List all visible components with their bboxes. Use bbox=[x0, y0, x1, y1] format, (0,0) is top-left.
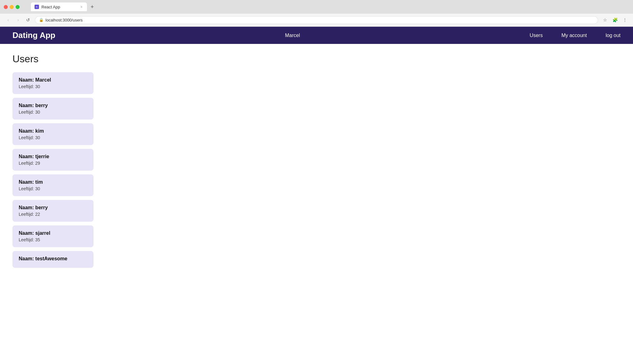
nav-links: Users My account log out bbox=[530, 33, 621, 38]
menu-icon[interactable]: ⋮ bbox=[621, 16, 629, 24]
user-age: Leeftijd: 35 bbox=[19, 237, 87, 242]
traffic-lights bbox=[4, 5, 20, 9]
nav-my-account-link[interactable]: My account bbox=[561, 33, 587, 38]
user-card[interactable]: Naam: berryLeeftijd: 30 bbox=[12, 98, 93, 120]
user-name: Naam: kim bbox=[19, 128, 87, 134]
user-card[interactable]: Naam: kimLeeftijd: 30 bbox=[12, 123, 93, 145]
nav-logout-link[interactable]: log out bbox=[606, 33, 621, 38]
user-name: Naam: tjerrie bbox=[19, 154, 87, 159]
new-tab-button[interactable]: + bbox=[88, 3, 96, 11]
user-age: Leeftijd: 30 bbox=[19, 110, 87, 115]
browser-chrome: R React App × + ‹ › ↺ 🔒 localhost:3000/u… bbox=[0, 0, 633, 27]
user-name: Naam: testAwesome bbox=[19, 256, 87, 262]
back-button[interactable]: ‹ bbox=[4, 16, 12, 24]
browser-actions: ☆ 🧩 ⋮ bbox=[601, 16, 629, 24]
address-bar[interactable]: 🔒 localhost:3000/users bbox=[35, 16, 598, 24]
user-card[interactable]: Naam: berryLeeftijd: 22 bbox=[12, 200, 93, 222]
app-logo: Dating App bbox=[12, 31, 55, 40]
browser-titlebar: R React App × + bbox=[0, 0, 633, 14]
bookmark-icon[interactable]: ☆ bbox=[601, 16, 609, 24]
browser-tab[interactable]: R React App × bbox=[31, 2, 87, 11]
forward-button[interactable]: › bbox=[14, 16, 22, 24]
user-age: Leeftijd: 30 bbox=[19, 186, 87, 191]
user-age: Leeftijd: 30 bbox=[19, 84, 87, 89]
tab-bar: R React App × + bbox=[27, 2, 100, 11]
user-name: Naam: Marcel bbox=[19, 77, 87, 83]
tab-close-button[interactable]: × bbox=[80, 4, 83, 9]
user-card[interactable]: Naam: tjerrieLeeftijd: 29 bbox=[12, 149, 93, 171]
app-container: Dating App Marcel Users My account log o… bbox=[0, 27, 633, 364]
user-card[interactable]: Naam: timLeeftijd: 30 bbox=[12, 174, 93, 196]
app-header: Dating App Marcel Users My account log o… bbox=[0, 27, 633, 44]
nav-users-link[interactable]: Users bbox=[530, 33, 543, 38]
app-main: Users Naam: MarcelLeeftijd: 30Naam: berr… bbox=[0, 44, 633, 277]
user-age: Leeftijd: 29 bbox=[19, 161, 87, 166]
maximize-window-button[interactable] bbox=[16, 5, 20, 9]
tab-favicon: R bbox=[35, 5, 39, 9]
user-age: Leeftijd: 22 bbox=[19, 212, 87, 217]
close-window-button[interactable] bbox=[4, 5, 8, 9]
minimize-window-button[interactable] bbox=[10, 5, 14, 9]
extensions-icon[interactable]: 🧩 bbox=[611, 16, 619, 24]
url-display: localhost:3000/users bbox=[45, 18, 594, 22]
user-name: Naam: tim bbox=[19, 179, 87, 185]
user-name: Naam: berry bbox=[19, 103, 87, 108]
nav-buttons: ‹ › ↺ bbox=[4, 16, 32, 24]
user-card[interactable]: Naam: MarcelLeeftijd: 30 bbox=[12, 72, 93, 94]
user-name: Naam: berry bbox=[19, 205, 87, 210]
app-nav: Marcel Users My account log out bbox=[55, 33, 621, 38]
user-name: Naam: sjarrel bbox=[19, 230, 87, 236]
user-card[interactable]: Naam: testAwesome bbox=[12, 251, 93, 268]
secure-icon: 🔒 bbox=[39, 18, 44, 22]
user-card[interactable]: Naam: sjarrelLeeftijd: 35 bbox=[12, 225, 93, 247]
reload-button[interactable]: ↺ bbox=[24, 16, 32, 24]
user-age: Leeftijd: 30 bbox=[19, 135, 87, 140]
tab-title: React App bbox=[41, 5, 78, 9]
browser-toolbar: ‹ › ↺ 🔒 localhost:3000/users ☆ 🧩 ⋮ bbox=[0, 14, 633, 26]
nav-username: Marcel bbox=[55, 33, 530, 38]
users-list: Naam: MarcelLeeftijd: 30Naam: berryLeeft… bbox=[12, 72, 93, 268]
page-title: Users bbox=[12, 53, 621, 65]
